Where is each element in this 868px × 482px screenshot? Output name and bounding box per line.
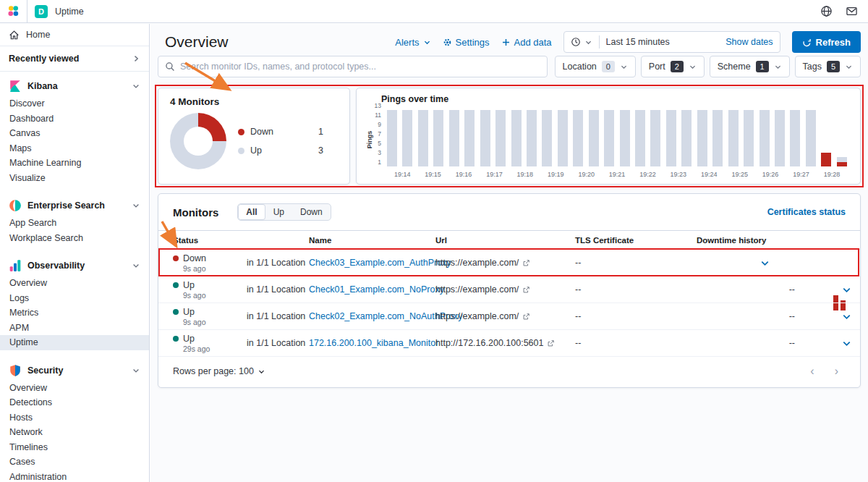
ping-bar xyxy=(697,106,707,166)
sidebar-section-enterprise-search[interactable]: Enterprise Search xyxy=(0,195,149,216)
search-input[interactable] xyxy=(180,62,540,72)
expand-row-button[interactable] xyxy=(833,284,860,295)
sidebar-item-overview[interactable]: Overview xyxy=(0,276,149,291)
column-header-downtime-history[interactable]: Downtime history xyxy=(697,236,833,245)
sidebar-item-canvas[interactable]: Canvas xyxy=(0,126,149,141)
elastic-logo[interactable] xyxy=(7,5,20,17)
sidebar-section-security[interactable]: Security xyxy=(0,360,149,381)
filter-label: Port xyxy=(649,62,665,72)
table-row[interactable]: Up29s agoin 1/1 Location172.16.200.100_k… xyxy=(158,330,860,357)
sidebar-recently-viewed[interactable]: Recently viewed xyxy=(0,46,149,71)
sidebar-section-observability[interactable]: Observability xyxy=(0,255,149,276)
show-dates-link[interactable]: Show dates xyxy=(726,37,773,47)
top-bar: D Uptime xyxy=(0,0,868,23)
clock-icon[interactable] xyxy=(571,37,581,47)
tls-certificate-cell: -- xyxy=(575,311,697,321)
sidebar-item-home[interactable]: Home xyxy=(0,24,149,46)
add-data-button[interactable]: Add data xyxy=(501,37,552,48)
breadcrumb[interactable]: Uptime xyxy=(55,7,84,17)
ping-bar xyxy=(666,106,676,166)
sidebar-section-kibana[interactable]: Kibana xyxy=(0,76,149,96)
status-cell: Up9s ago xyxy=(173,307,247,326)
sidebar-item-workplace-search[interactable]: Workplace Search xyxy=(0,231,149,246)
column-header-url[interactable]: Url xyxy=(435,236,575,245)
sidebar-item-network[interactable]: Network xyxy=(0,425,149,440)
ping-bar xyxy=(511,106,522,166)
plus-icon xyxy=(501,38,511,47)
monitor-url-link[interactable]: http://172.16.200.100:5601 xyxy=(435,338,575,348)
sidebar-item-discover[interactable]: Discover xyxy=(0,96,149,111)
y-tick-label: 5 xyxy=(378,140,381,147)
x-tick-label: 19:25 xyxy=(724,171,754,178)
rows-per-page-button[interactable]: Rows per page: 100 xyxy=(173,366,265,376)
table-row[interactable]: Up9s agoin 1/1 LocationCheck01_Example.c… xyxy=(158,276,860,303)
sidebar-item-visualize[interactable]: Visualize xyxy=(0,171,149,186)
filter-location[interactable]: Location0 xyxy=(555,56,636,77)
tab-all[interactable]: All xyxy=(238,204,265,220)
monitor-url-link[interactable]: https://example.com/ xyxy=(435,311,575,321)
expand-row-button[interactable] xyxy=(833,338,860,349)
prev-page-button[interactable]: ‹ xyxy=(810,365,814,378)
x-tick-label: 19:19 xyxy=(540,171,571,178)
monitor-url-link[interactable]: https://example.com/ xyxy=(435,284,575,295)
y-tick-label: 13 xyxy=(375,102,381,109)
chevron-down-icon xyxy=(132,261,140,270)
x-tick-label: 19:16 xyxy=(448,171,479,178)
mail-icon[interactable] xyxy=(846,5,858,17)
monitor-name-link[interactable]: 172.16.200.100_kibana_Monitor xyxy=(309,338,435,348)
table-row[interactable]: Up9s agoin 1/1 LocationCheck02_Example.c… xyxy=(158,303,860,330)
sidebar-item-uptime[interactable]: Uptime xyxy=(0,335,149,350)
column-header-tls-certificate[interactable]: TLS Certificate xyxy=(575,236,697,245)
sidebar-item-detections[interactable]: Detections xyxy=(0,395,149,410)
sidebar-item-hosts[interactable]: Hosts xyxy=(0,410,149,426)
legend-item-up[interactable]: Up3 xyxy=(238,145,323,156)
location-cell: in 1/1 Location xyxy=(247,284,309,295)
sidebar-item-metrics[interactable]: Metrics xyxy=(0,305,149,321)
ping-bar xyxy=(527,106,537,166)
chevron-down-icon xyxy=(841,284,852,295)
ping-bar xyxy=(542,106,552,166)
settings-button[interactable]: Settings xyxy=(443,37,490,48)
search-icon xyxy=(165,62,175,72)
charts-row: 4 Monitors Down1Up3 Pings over time Ping… xyxy=(158,88,861,185)
kibana-uptime-app: D Uptime Home Recently viewed K xyxy=(0,0,868,482)
filter-tags[interactable]: Tags5 xyxy=(795,56,861,77)
tls-certificate-cell: -- xyxy=(575,284,697,295)
space-badge[interactable]: D xyxy=(35,5,48,18)
certificates-status-link[interactable]: Certificates status xyxy=(767,207,846,217)
date-picker[interactable]: Last 15 minutes Show dates xyxy=(563,31,780,53)
status-label: Up xyxy=(183,307,195,317)
table-row[interactable]: Down9s agoin 1/1 LocationCheck03_Example… xyxy=(158,250,860,276)
rows-per-page-label: Rows per page: 100 xyxy=(173,366,254,376)
refresh-button[interactable]: Refresh xyxy=(792,31,861,53)
filter-label: Scheme xyxy=(718,62,751,72)
sidebar-item-overview[interactable]: Overview xyxy=(0,381,149,396)
monitor-name-link[interactable]: Check01_Example.com_NoProxy xyxy=(309,284,435,295)
time-range-label[interactable]: Last 15 minutes xyxy=(606,37,670,47)
next-page-button[interactable]: › xyxy=(835,365,838,378)
sidebar-item-machine-learning[interactable]: Machine Learning xyxy=(0,156,149,171)
globe-icon[interactable] xyxy=(820,5,833,17)
monitor-name-link[interactable]: Check02_Example.com_NoAuthProxy xyxy=(309,311,435,321)
sidebar-item-maps[interactable]: Maps xyxy=(0,141,149,156)
filter-port[interactable]: Port2 xyxy=(641,56,705,77)
sidebar-item-apm[interactable]: APM xyxy=(0,321,149,336)
filter-scheme[interactable]: Scheme1 xyxy=(710,56,790,77)
legend-item-down[interactable]: Down1 xyxy=(238,127,323,137)
expand-row-button[interactable] xyxy=(833,311,860,322)
table-footer: Rows per page: 100 ‹ › xyxy=(158,357,860,387)
alerts-dropdown[interactable]: Alerts xyxy=(395,37,430,48)
sidebar-item-administration[interactable]: Administration xyxy=(0,470,149,482)
column-header-status[interactable]: Status xyxy=(173,236,247,245)
sidebar-item-logs[interactable]: Logs xyxy=(0,291,149,306)
sidebar-item-timelines[interactable]: Timelines xyxy=(0,440,149,455)
tab-up[interactable]: Up xyxy=(265,204,292,220)
legend-label: Up xyxy=(250,145,262,156)
tab-down[interactable]: Down xyxy=(292,204,331,220)
sidebar-item-cases[interactable]: Cases xyxy=(0,454,149,470)
column-header-name[interactable]: Name xyxy=(309,236,435,245)
pings-panel: Pings over time Pings 135791113 19:1419:… xyxy=(356,88,861,185)
status-dot xyxy=(173,282,179,288)
sidebar-item-app-search[interactable]: App Search xyxy=(0,216,149,231)
sidebar-item-dashboard[interactable]: Dashboard xyxy=(0,111,149,127)
